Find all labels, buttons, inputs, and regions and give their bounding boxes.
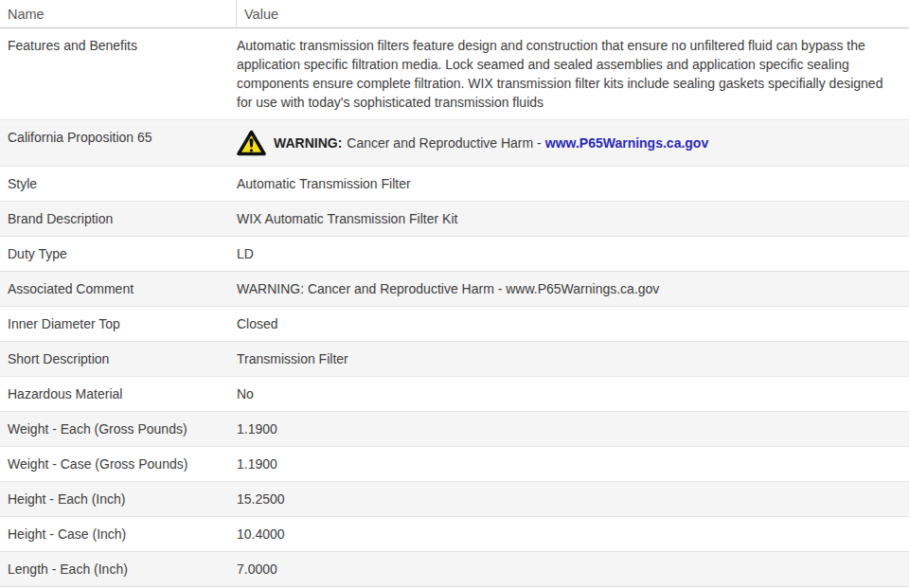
spec-name: Inner Diameter Top [0,307,237,341]
table-row: Hazardous MaterialNo [0,376,909,411]
table-row: California Proposition 65WARNING:Cancer … [0,119,909,166]
spec-name: Short Description [0,342,237,376]
table-row: Brand DescriptionWIX Automatic Transmiss… [0,201,909,236]
spec-value: Transmission Filter [237,342,909,376]
table-row: Weight - Case (Gross Pounds)1.1900 [0,446,909,481]
table-row: Features and BenefitsAutomatic transmiss… [0,28,909,119]
table-header-row: Name Value [0,0,909,28]
spec-name: Height - Each (Inch) [0,482,237,516]
spec-value: No [237,377,909,411]
spec-rows: Features and BenefitsAutomatic transmiss… [0,28,909,587]
table-row: Duty TypeLD [0,236,909,271]
table-row: Height - Case (Inch)10.4000 [0,516,909,551]
column-header-name: Name [0,0,237,27]
spec-value: Automatic transmission filters feature d… [237,28,909,119]
warning-triangle-icon [237,130,266,156]
spec-value: 1.1900 [237,412,909,446]
table-row: Length - Each (Inch)7.0000 [0,551,909,586]
spec-name: Weight - Case (Gross Pounds) [0,447,237,481]
spec-value: 10.4000 [237,517,909,551]
table-row: Associated CommentWARNING: Cancer and Re… [0,271,909,306]
spec-value: Closed [237,307,909,341]
spec-value: WARNING: Cancer and Reproductive Harm - … [237,272,909,306]
spec-name: Features and Benefits [0,28,237,62]
spec-name: Weight - Each (Gross Pounds) [0,412,237,446]
spec-value-prop65: WARNING:Cancer and Reproductive Harm -ww… [237,120,909,166]
spec-name: Hazardous Material [0,377,237,411]
table-row: Inner Diameter TopClosed [0,306,909,341]
spec-value: 15.2500 [237,482,909,516]
p65-warnings-link[interactable]: www.P65Warnings.ca.gov [545,134,708,152]
spec-value: 7.0000 [237,552,909,586]
product-spec-table: Name Value Features and BenefitsAutomati… [0,0,909,587]
spec-name: California Proposition 65 [0,120,237,154]
table-row: Weight - Each (Gross Pounds)1.1900 [0,411,909,446]
warning-label: WARNING: [274,134,342,152]
spec-name: Length - Each (Inch) [0,552,237,586]
column-header-value: Value [237,0,909,27]
spec-value: Automatic Transmission Filter [237,167,909,201]
spec-name: Height - Case (Inch) [0,517,237,551]
table-row: StyleAutomatic Transmission Filter [0,166,909,201]
warning-text: Cancer and Reproductive Harm - [347,134,541,152]
table-row: Height - Each (Inch)15.2500 [0,481,909,516]
spec-value: 1.1900 [237,447,909,481]
table-row: Short DescriptionTransmission Filter [0,341,909,376]
spec-name: Duty Type [0,237,237,271]
spec-value: WIX Automatic Transmission Filter Kit [237,202,909,236]
spec-name: Style [0,167,237,201]
spec-name: Brand Description [0,202,237,236]
spec-value: LD [237,237,909,271]
spec-name: Associated Comment [0,272,237,306]
